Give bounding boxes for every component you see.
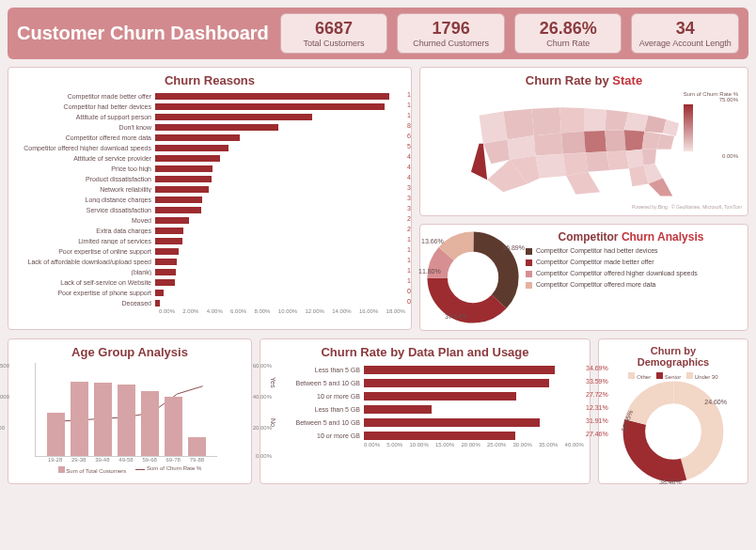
age-group-chart[interactable]: Age Group Analysis 1,5001,0005000 60.00%… bbox=[8, 338, 252, 484]
churn-reasons-bars: Competitor made better offer 16.87% Comp… bbox=[14, 91, 405, 308]
reason-row: Network reliability 3.84% bbox=[14, 184, 405, 195]
reason-row: Moved 2.45% bbox=[14, 215, 405, 226]
chart-title: Churn Reasons bbox=[14, 73, 405, 87]
reason-row: Poor expertise of phone support 0.61% bbox=[14, 288, 405, 298]
age-legend: Sum of Total Customers Sum of Churn Rate… bbox=[14, 465, 245, 474]
kpi-row: 6687 Total Customers 1796 Churned Custom… bbox=[280, 13, 739, 54]
reason-row: Lack of affordable download/upload speed… bbox=[14, 257, 405, 267]
reason-row: Competitor offered more data 6.12% bbox=[14, 133, 405, 143]
reason-row: Deceased 0.33% bbox=[14, 298, 405, 308]
chart-title: Churn byDemographics bbox=[605, 345, 742, 368]
reason-row: Long distance charges 3.40% bbox=[14, 195, 405, 205]
us-map: Sum of Churn Rate % 75.00% 0.00% bbox=[426, 91, 742, 204]
demographics-donut: 24.60% 38.46% 52.95% bbox=[622, 380, 725, 483]
reason-row: Limited range of services 1.95% bbox=[14, 236, 405, 246]
data-plan-row: Less than 5 GB 34.69% bbox=[279, 363, 584, 376]
age-bars bbox=[35, 363, 217, 457]
kpi-avg-account-length: 34 Average Account Length bbox=[631, 13, 739, 54]
dashboard-title: Customer Churn Dashboard bbox=[17, 23, 269, 44]
data-plan-row: 10 or more GB 27.46% bbox=[279, 429, 584, 442]
data-plan-bars: Yes Less than 5 GB 34.69% Between 5 and … bbox=[266, 363, 584, 442]
reason-row: Competitor had better devices 16.54% bbox=[14, 102, 405, 112]
chart-title: Age Group Analysis bbox=[14, 345, 245, 359]
churn-reasons-chart[interactable]: Churn Reasons Competitor made better off… bbox=[8, 67, 412, 330]
x-axis: 0.00%2.00%4.00%6.00%8.00%10.00%12.00%14.… bbox=[159, 308, 405, 314]
data-plan-row: Between 5 and 10 GB 33.59% bbox=[279, 376, 584, 389]
competitor-analysis-chart[interactable]: 36.89% 37.64% 11.80% 13.66% Competitor C… bbox=[419, 224, 748, 331]
reason-row: Attitude of service provider 4.68% bbox=[14, 153, 405, 164]
dashboard-header: Customer Churn Dashboard 6687 Total Cust… bbox=[8, 8, 748, 59]
reason-row: Product dissatisfaction 4.06% bbox=[14, 174, 405, 184]
svg-point-9 bbox=[646, 404, 701, 459]
reason-row: Price too high 4.12% bbox=[14, 164, 405, 174]
map-legend: Sum of Churn Rate % 75.00% 0.00% bbox=[684, 91, 738, 159]
reason-row: Competitor made better offer 16.87% bbox=[14, 91, 405, 102]
reason-row: Attitude of support person 11.30% bbox=[14, 112, 405, 122]
x-axis: 0.00%5.00%10.00%15.00%20.00%25.00%30.00%… bbox=[364, 442, 584, 448]
demographics-legend: Other Senior Under 30 bbox=[605, 371, 742, 380]
reason-row: Service dissatisfaction 3.34% bbox=[14, 205, 405, 215]
data-plan-row: 10 or more GB 27.72% bbox=[279, 389, 584, 402]
data-plan-row: Less than 5 GB 12.31% bbox=[279, 402, 584, 416]
reason-row: Lack of self-service on Website 1.45% bbox=[14, 277, 405, 288]
reason-row: Poor expertise of online support 1.67% bbox=[14, 246, 405, 257]
competitor-donut: 36.89% 37.64% 11.80% 13.66% bbox=[426, 230, 520, 324]
chart-title: Churn Rate by State bbox=[426, 73, 742, 87]
competitor-legend: Competitor Competitor had better devices… bbox=[520, 247, 742, 289]
churn-by-state-chart[interactable]: Churn Rate by State bbox=[419, 67, 748, 216]
reason-row: Competitor offered higher download speed… bbox=[14, 143, 405, 153]
data-plan-row: Between 5 and 10 GB 31.91% bbox=[279, 416, 584, 429]
reason-row: (blank) 1.50% bbox=[14, 267, 405, 277]
data-plan-chart[interactable]: Churn Rate by Data Plan and Usage Yes Le… bbox=[260, 338, 591, 484]
demographics-chart[interactable]: Churn byDemographics Other Senior Under … bbox=[598, 338, 748, 484]
kpi-total-customers: 6687 Total Customers bbox=[280, 13, 388, 54]
reason-row: Extra data charges 2.00% bbox=[14, 226, 405, 236]
kpi-churned-customers: 1796 Churned Customers bbox=[397, 13, 505, 54]
kpi-churn-rate: 26.86% Churn Rate bbox=[514, 13, 622, 54]
reason-row: Don't know 8.85% bbox=[14, 122, 405, 133]
chart-title: Churn Rate by Data Plan and Usage bbox=[266, 345, 584, 359]
chart-title: Competitor Churn Analysis bbox=[520, 230, 742, 244]
svg-point-5 bbox=[437, 242, 509, 313]
age-categories: 19-2829-3839-4849-5859-6869-7879-88 bbox=[35, 457, 217, 463]
